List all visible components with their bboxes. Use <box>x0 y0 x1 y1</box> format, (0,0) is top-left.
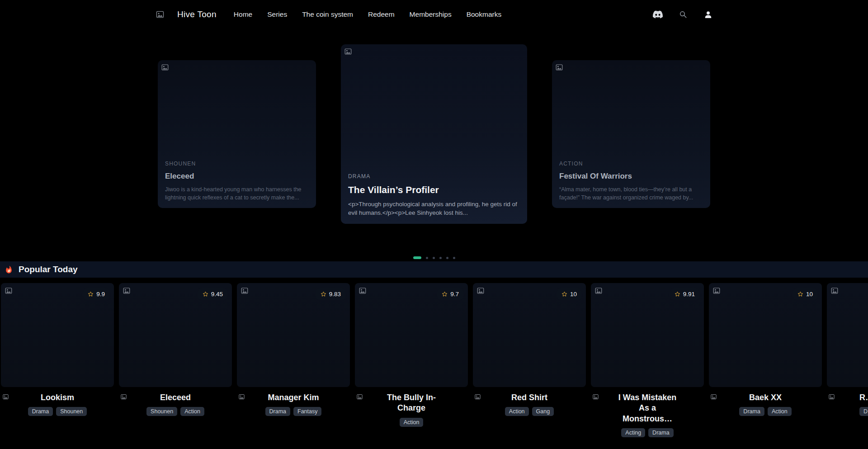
hero-slide-content: DRAMA The Villain’s Profiler <p>Through … <box>341 173 527 224</box>
rating-badge: 9.9 <box>83 288 109 300</box>
broken-image-icon <box>594 287 603 295</box>
tag[interactable]: Fantasy <box>293 407 321 416</box>
series-info: The Bully In-Charge Action <box>355 392 468 427</box>
hero-slide-content: SHOUNEN Eleceed Jiwoo is a kind-hearted … <box>158 161 316 208</box>
tag-list: Action <box>400 418 424 427</box>
discord-icon[interactable] <box>653 9 663 19</box>
tag[interactable]: D… <box>859 407 868 416</box>
carousel-dot[interactable] <box>426 257 428 259</box>
rating-badge: 9.7 <box>437 288 463 300</box>
broken-image-icon <box>710 393 717 400</box>
tag[interactable]: Drama <box>739 407 764 416</box>
series-cover: 10 <box>709 283 822 387</box>
nav-link-bookmarks[interactable]: Bookmarks <box>467 10 502 19</box>
series-title: The Bully In-Charge <box>378 392 444 414</box>
series-title: Lookism <box>41 392 74 403</box>
hero-slide-festival-of-warriors[interactable]: ACTION Festival Of Warriors “Alma mater,… <box>552 60 710 208</box>
hero-slide-eleceed[interactable]: SHOUNEN Eleceed Jiwoo is a kind-hearted … <box>158 60 316 208</box>
tag-list: Drama Action <box>739 407 791 416</box>
tag[interactable]: Gang <box>532 407 554 416</box>
series-title: Eleceed <box>160 392 191 403</box>
rating-value: 9.9 <box>96 291 105 298</box>
hero-slide-villains-profiler[interactable]: DRAMA The Villain’s Profiler <p>Through … <box>341 44 527 224</box>
series-card-baek-xx[interactable]: 10 Baek XX Drama Action <box>709 283 822 437</box>
series-card-lookism[interactable]: 9.9 Lookism Drama Shounen <box>1 283 114 437</box>
rating-badge: 9.45 <box>198 288 227 300</box>
series-card-eleceed[interactable]: 9.45 Eleceed Shounen Action <box>119 283 232 437</box>
popular-header: Popular Today <box>0 261 868 278</box>
series-card-clipped[interactable]: R… D… <box>827 283 868 437</box>
rating-badge: 9.83 <box>316 288 345 300</box>
broken-image-icon <box>238 393 245 400</box>
brand[interactable]: Hive Toon <box>156 9 217 19</box>
series-cover: 9.83 <box>237 283 350 387</box>
nav-icons <box>653 9 712 19</box>
tag[interactable]: Drama <box>648 428 674 437</box>
hero-category: SHOUNEN <box>165 161 309 167</box>
tag[interactable]: Drama <box>265 407 291 416</box>
rating-value: 9.91 <box>683 291 695 298</box>
tag[interactable]: Shounen <box>146 407 177 416</box>
series-card-the-bully-in-charge[interactable]: 9.7 The Bully In-Charge Action <box>355 283 468 437</box>
broken-image-icon <box>161 63 169 71</box>
broken-image-icon <box>712 287 721 295</box>
series-card-red-shirt[interactable]: 10 Red Shirt Action Gang <box>473 283 586 437</box>
star-icon <box>561 291 567 297</box>
hero-title: Festival Of Warriors <box>559 172 703 181</box>
rating-badge: 10 <box>557 288 581 300</box>
star-icon <box>442 291 448 297</box>
search-icon[interactable] <box>679 10 688 19</box>
hero-description: <p>Through psychological analysis and pr… <box>348 200 520 217</box>
nav-link-memberships[interactable]: Memberships <box>410 10 452 19</box>
hero-title: The Villain’s Profiler <box>348 184 520 195</box>
series-info: Lookism Drama Shounen <box>1 392 114 416</box>
series-cover <box>827 283 868 387</box>
tag[interactable]: Action <box>768 407 792 416</box>
star-icon <box>203 291 208 297</box>
series-card-i-was-mistaken[interactable]: 9.91 I Was Mistaken As a Monstrous… Acti… <box>591 283 704 437</box>
hero-category: ACTION <box>559 161 703 167</box>
broken-image-icon <box>830 287 839 295</box>
tag[interactable]: Shounen <box>56 407 87 416</box>
star-icon <box>675 291 680 297</box>
tag[interactable]: Action <box>180 407 204 416</box>
series-cover: 9.91 <box>591 283 704 387</box>
nav-link-home[interactable]: Home <box>234 10 252 19</box>
carousel-dot[interactable] <box>433 257 435 259</box>
hero-title: Eleceed <box>165 172 309 181</box>
tag[interactable]: Action <box>505 407 529 416</box>
rating-value: 9.45 <box>211 291 223 298</box>
series-info: Baek XX Drama Action <box>709 392 822 416</box>
star-icon <box>797 291 803 297</box>
carousel-dot[interactable] <box>446 257 448 259</box>
nav-link-series[interactable]: Series <box>267 10 287 19</box>
series-title: Manager Kim <box>268 392 319 403</box>
tag[interactable]: Acting <box>621 428 645 437</box>
broken-image-icon <box>241 287 249 295</box>
broken-image-icon <box>123 287 131 295</box>
hero-slide-content: ACTION Festival Of Warriors “Alma mater,… <box>552 161 710 208</box>
user-icon[interactable] <box>704 10 712 19</box>
rating-value: 9.7 <box>450 291 459 298</box>
nav-link-coin-system[interactable]: The coin system <box>302 10 353 19</box>
nav-link-redeem[interactable]: Redeem <box>368 10 395 19</box>
navbar: Hive Toon Home Series The coin system Re… <box>0 0 868 29</box>
hero-description: “Alma mater, home town, blood ties—they’… <box>559 185 703 202</box>
tag[interactable]: Drama <box>28 407 53 416</box>
tag-list: Shounen Action <box>146 407 204 416</box>
series-card-manager-kim[interactable]: 9.83 Manager Kim Drama Fantasy <box>237 283 350 437</box>
broken-image-icon <box>474 393 481 400</box>
series-title: Baek XX <box>749 392 782 403</box>
carousel-dot-active[interactable] <box>413 256 421 259</box>
broken-image-icon <box>344 47 352 56</box>
popular-grid[interactable]: 9.9 Lookism Drama Shounen 9.45 <box>0 278 868 437</box>
carousel-dot[interactable] <box>439 257 442 259</box>
rating-badge: 10 <box>793 288 817 300</box>
carousel-dot[interactable] <box>453 257 455 259</box>
tag[interactable]: Action <box>400 418 424 427</box>
series-info: Red Shirt Action Gang <box>473 392 586 416</box>
hero-carousel: SHOUNEN Eleceed Jiwoo is a kind-hearted … <box>0 29 868 261</box>
tag-list: Acting Drama <box>621 428 673 437</box>
broken-image-icon <box>555 63 563 71</box>
star-icon <box>88 291 94 297</box>
